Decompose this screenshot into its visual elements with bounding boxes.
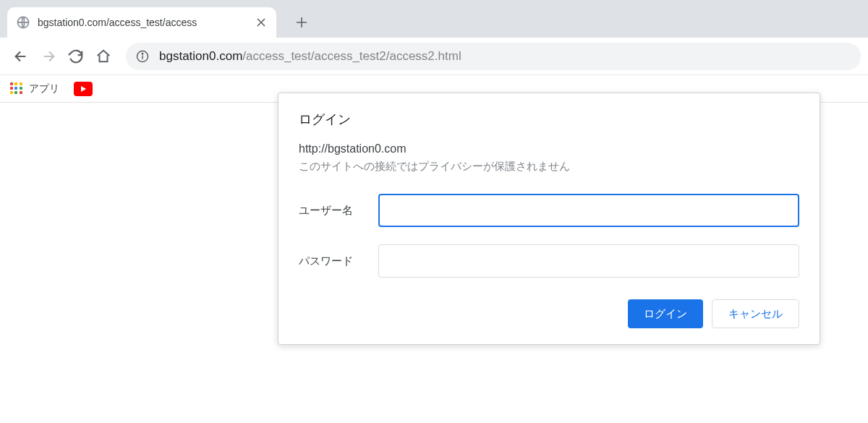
globe-icon — [16, 15, 30, 30]
new-tab-button[interactable] — [289, 10, 314, 35]
forward-button[interactable] — [35, 43, 62, 70]
url-domain: bgstation0.com — [159, 49, 242, 64]
username-label: ユーザー名 — [299, 204, 378, 218]
cancel-button[interactable]: キャンセル — [712, 299, 799, 328]
home-button[interactable] — [90, 43, 117, 70]
dialog-actions: ログイン キャンセル — [299, 299, 799, 328]
tab-strip: bgstation0.com/access_test/access — [0, 0, 868, 38]
bookmark-youtube[interactable] — [74, 82, 93, 96]
info-icon[interactable] — [136, 50, 149, 63]
dialog-warning: このサイトへの接続ではプライバシーが保護されません — [299, 160, 799, 174]
browser-tab[interactable]: bgstation0.com/access_test/access — [7, 7, 276, 38]
close-icon[interactable] — [255, 16, 268, 29]
back-button[interactable] — [7, 43, 35, 70]
reload-button[interactable] — [62, 43, 90, 70]
tab-title: bgstation0.com/access_test/access — [38, 17, 255, 28]
apps-icon — [10, 82, 23, 95]
youtube-icon — [74, 82, 93, 96]
svg-point-3 — [142, 53, 143, 54]
login-button[interactable]: ログイン — [628, 299, 703, 328]
dialog-title: ログイン — [299, 111, 799, 128]
dialog-origin: http://bgstation0.com — [299, 142, 799, 155]
bookmark-apps-label: アプリ — [29, 82, 59, 95]
username-row: ユーザー名 — [299, 194, 799, 227]
url-path: /access_test/access_test2/access2.html — [242, 49, 461, 64]
address-bar[interactable]: bgstation0.com/access_test/access_test2/… — [126, 43, 861, 70]
password-label: パスワード — [299, 255, 378, 268]
auth-dialog: ログイン http://bgstation0.com このサイトへの接続ではプラ… — [278, 93, 820, 345]
username-input[interactable] — [378, 194, 799, 227]
toolbar: bgstation0.com/access_test/access_test2/… — [0, 38, 868, 75]
url-text: bgstation0.com/access_test/access_test2/… — [159, 49, 461, 64]
password-input[interactable] — [378, 244, 799, 278]
bookmark-apps[interactable]: アプリ — [10, 82, 59, 95]
password-row: パスワード — [299, 244, 799, 278]
